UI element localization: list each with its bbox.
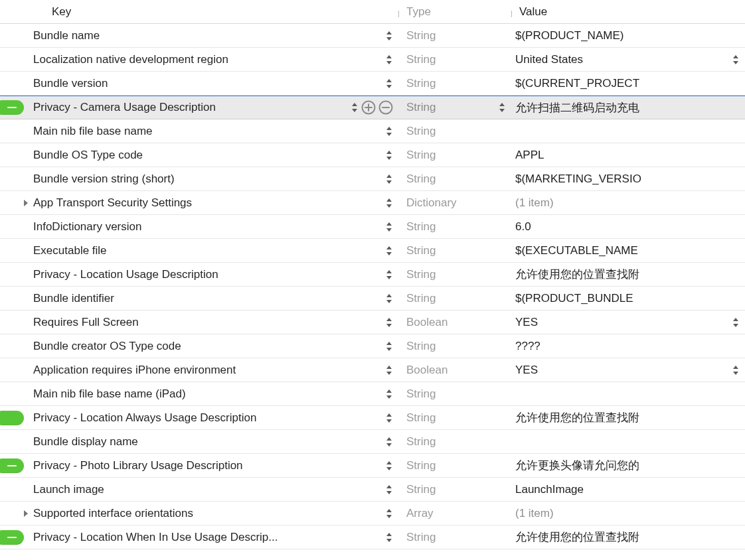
- value-cell[interactable]: ????: [511, 340, 745, 353]
- key-stepper-icon[interactable]: [385, 460, 393, 472]
- key-stepper-icon[interactable]: [385, 245, 393, 257]
- table-row[interactable]: Bundle versionString$(CURRENT_PROJECT: [0, 72, 745, 96]
- key-stepper-icon[interactable]: [385, 364, 393, 376]
- table-row[interactable]: Privacy - Location Usage DescriptionStri…: [0, 263, 745, 287]
- key-cell[interactable]: Bundle display name: [0, 435, 398, 449]
- key-cell[interactable]: Privacy - Camera Usage Description: [0, 100, 398, 115]
- key-cell[interactable]: Main nib file base name: [0, 125, 398, 138]
- value-cell[interactable]: 允许使用您的位置查找附: [511, 410, 745, 425]
- type-cell[interactable]: String: [398, 173, 511, 186]
- value-stepper-icon[interactable]: [732, 364, 740, 376]
- value-cell[interactable]: 6.0: [511, 220, 745, 234]
- table-row[interactable]: Bundle OS Type codeStringAPPL: [0, 143, 745, 167]
- key-cell[interactable]: Localization native development region: [0, 53, 398, 66]
- key-stepper-icon[interactable]: [385, 531, 393, 543]
- key-stepper-icon[interactable]: [385, 484, 393, 496]
- table-row[interactable]: Launch imageStringLaunchImage: [0, 478, 745, 502]
- key-stepper-icon[interactable]: [385, 412, 393, 424]
- key-stepper-icon[interactable]: [385, 125, 393, 137]
- table-row[interactable]: Privacy - Photo Library Usage Descriptio…: [0, 454, 745, 478]
- table-row[interactable]: Supported interface orientationsArray(1 …: [0, 502, 745, 525]
- key-stepper-icon[interactable]: [351, 102, 359, 113]
- value-cell[interactable]: 允许扫描二维码启动充电: [511, 100, 745, 115]
- value-cell[interactable]: $(EXECUTABLE_NAME: [511, 244, 745, 257]
- value-cell[interactable]: $(PRODUCT_BUNDLE: [511, 292, 745, 305]
- value-cell[interactable]: LaunchImage: [511, 483, 745, 496]
- value-cell[interactable]: United States: [511, 53, 745, 66]
- key-cell[interactable]: Supported interface orientations: [0, 507, 398, 520]
- table-row[interactable]: Bundle version string (short)String$(MAR…: [0, 167, 745, 191]
- key-stepper-icon[interactable]: [385, 269, 393, 281]
- header-value[interactable]: Value: [511, 5, 745, 19]
- key-stepper-icon[interactable]: [385, 30, 393, 42]
- type-cell[interactable]: String: [398, 101, 511, 114]
- table-row[interactable]: Executable fileString$(EXECUTABLE_NAME: [0, 239, 745, 263]
- type-stepper-icon[interactable]: [498, 102, 506, 113]
- key-stepper-icon[interactable]: [385, 149, 393, 161]
- key-cell[interactable]: Bundle version: [0, 77, 398, 90]
- chevron-right-icon[interactable]: [23, 199, 29, 207]
- diff-badge[interactable]: [0, 411, 24, 425]
- key-stepper-icon[interactable]: [385, 316, 393, 328]
- table-row[interactable]: Requires Full ScreenBooleanYES: [0, 311, 745, 334]
- key-cell[interactable]: InfoDictionary version: [0, 220, 398, 234]
- type-cell[interactable]: String: [398, 459, 511, 472]
- type-cell[interactable]: String: [398, 149, 511, 162]
- table-row[interactable]: App Transport Security SettingsDictionar…: [0, 191, 745, 215]
- key-cell[interactable]: Main nib file base name (iPad): [0, 387, 398, 401]
- key-stepper-icon[interactable]: [385, 173, 393, 185]
- type-cell[interactable]: String: [398, 244, 511, 257]
- diff-badge[interactable]: [0, 530, 24, 545]
- type-cell[interactable]: Dictionary: [398, 196, 511, 210]
- key-cell[interactable]: Bundle version string (short): [0, 173, 398, 186]
- key-cell[interactable]: Launch image: [0, 483, 398, 496]
- value-cell[interactable]: $(PRODUCT_NAME): [511, 29, 745, 42]
- table-row[interactable]: Main nib file base nameString: [0, 119, 745, 143]
- value-cell[interactable]: 允许使用您的位置查找附: [511, 529, 745, 545]
- remove-row-button[interactable]: [378, 100, 393, 115]
- key-stepper-icon[interactable]: [385, 78, 393, 90]
- value-cell[interactable]: (1 item): [511, 196, 745, 210]
- value-cell[interactable]: $(CURRENT_PROJECT: [511, 77, 745, 90]
- type-cell[interactable]: String: [398, 125, 511, 138]
- key-cell[interactable]: Privacy - Location When In Use Usage Des…: [0, 531, 398, 544]
- type-cell[interactable]: Boolean: [398, 316, 511, 329]
- type-cell[interactable]: String: [398, 220, 511, 234]
- key-cell[interactable]: Executable file: [0, 244, 398, 257]
- key-stepper-icon[interactable]: [385, 388, 393, 400]
- type-cell[interactable]: String: [398, 292, 511, 305]
- value-cell[interactable]: YES: [511, 316, 745, 329]
- type-cell[interactable]: String: [398, 29, 511, 42]
- type-cell[interactable]: Array: [398, 507, 511, 520]
- table-row[interactable]: InfoDictionary versionString6.0: [0, 215, 745, 239]
- value-stepper-icon[interactable]: [732, 316, 740, 328]
- header-type[interactable]: Type: [398, 5, 511, 19]
- table-row[interactable]: Application requires iPhone environmentB…: [0, 358, 745, 382]
- table-row[interactable]: Privacy - Location When In Use Usage Des…: [0, 525, 745, 549]
- key-cell[interactable]: Privacy - Location Always Usage Descript…: [0, 411, 398, 425]
- key-cell[interactable]: Privacy - Location Usage Description: [0, 268, 398, 281]
- add-row-button[interactable]: [361, 100, 376, 115]
- type-cell[interactable]: Boolean: [398, 364, 511, 377]
- value-cell[interactable]: (1 item): [511, 507, 745, 520]
- value-cell[interactable]: $(MARKETING_VERSIO: [511, 173, 745, 186]
- key-stepper-icon[interactable]: [385, 340, 393, 352]
- table-row[interactable]: Bundle creator OS Type codeString????: [0, 334, 745, 358]
- key-stepper-icon[interactable]: [385, 436, 393, 448]
- table-row[interactable]: Privacy - Camera Usage DescriptionString…: [0, 96, 745, 119]
- table-row[interactable]: Privacy - Location Always Usage Descript…: [0, 406, 745, 430]
- key-cell[interactable]: Requires Full Screen: [0, 316, 398, 329]
- value-stepper-icon[interactable]: [732, 54, 740, 66]
- chevron-right-icon[interactable]: [23, 510, 29, 518]
- type-cell[interactable]: String: [398, 77, 511, 90]
- key-stepper-icon[interactable]: [385, 293, 393, 305]
- table-row[interactable]: Bundle display nameString: [0, 430, 745, 454]
- type-cell[interactable]: String: [398, 387, 511, 401]
- type-cell[interactable]: String: [398, 483, 511, 496]
- table-row[interactable]: Localization native development regionSt…: [0, 48, 745, 72]
- diff-badge[interactable]: [0, 458, 24, 473]
- type-cell[interactable]: String: [398, 411, 511, 425]
- diff-badge[interactable]: [0, 100, 24, 115]
- key-stepper-icon[interactable]: [385, 221, 393, 233]
- table-row[interactable]: Bundle nameString$(PRODUCT_NAME): [0, 24, 745, 48]
